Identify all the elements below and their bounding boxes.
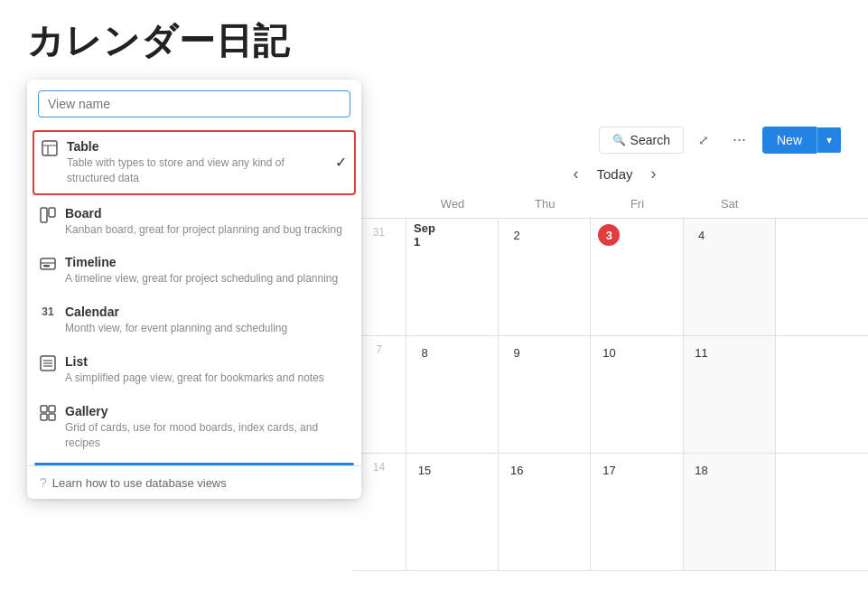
list-desc: A simplified page view, great for bookma… [65,371,349,386]
today-label: Today [596,166,632,182]
view-name-input[interactable] [38,90,350,117]
gallery-title: Gallery [65,404,349,418]
svg-rect-13 [49,406,55,412]
day-number: 18 [691,459,713,481]
svg-rect-12 [41,406,47,412]
more-icon: ··· [733,130,746,148]
gallery-item-content: Gallery Grid of cards, use for mood boar… [65,404,349,451]
calendar-title: Calendar [65,305,349,319]
new-button[interactable]: New [762,127,817,154]
cal-day-2[interactable]: 2 [499,219,591,335]
cal-day-9[interactable]: 9 [499,336,591,453]
help-circle-icon: ? [40,475,47,490]
svg-rect-4 [49,208,55,217]
table-check-icon: ✓ [335,154,347,171]
next-month-button[interactable]: › [644,161,664,187]
view-name-input-wrap [27,80,361,125]
calendar-desc: Month view, for event planning and sched… [65,321,349,336]
day-number: 9 [506,342,527,363]
day-number: 2 [506,224,527,246]
calendar-area: Wed Thu Fri Sat 31 Sep 1 2 3 4 7 8 [352,190,868,610]
list-icon [40,355,56,375]
page-title: カレンダー日記 [0,0,868,66]
view-type-dropdown: Table Table with types to store and view… [27,80,361,499]
prev-month-button[interactable]: ‹ [565,161,585,187]
svg-rect-15 [49,414,55,420]
table-desc: Table with types to store and view any k… [67,155,326,186]
new-button-group: New ▾ [762,127,841,154]
sat-header: Sat [684,190,776,218]
dropdown-footer: ? Learn how to use database views [27,465,361,499]
view-type-board[interactable]: Board Kanban board, great for project pl… [27,197,361,247]
calendar-icon: 31 [40,305,56,318]
wed-header: Wed [406,190,499,218]
cal-day-3-today[interactable]: 3 [591,219,683,335]
expand-button[interactable]: ⤢ [691,127,716,153]
cal-day-17[interactable]: 17 [591,454,683,570]
day-number: 15 [414,459,435,481]
timeline-icon [40,256,56,276]
search-button[interactable]: 🔍 Search [599,127,684,154]
table-item-content: Table Table with types to store and view… [67,139,326,186]
thu-header: Thu [499,190,591,218]
calendar-body: 31 Sep 1 2 3 4 7 8 9 10 [352,219,868,571]
day-number: 10 [598,342,620,363]
view-type-list: Table Table with types to store and view… [27,125,361,463]
board-title: Board [65,206,349,221]
day-number: 3 [598,224,620,246]
calendar-row-3: 14 15 16 17 18 [352,454,868,571]
cal-day-10[interactable]: 10 [591,336,683,453]
cal-day-4[interactable]: 4 [684,219,776,335]
view-type-table[interactable]: Table Table with types to store and view… [33,130,356,195]
cal-day-11[interactable]: 11 [684,336,776,453]
view-type-list[interactable]: List A simplified page view, great for b… [27,345,361,395]
search-label: Search [630,133,670,147]
expand-icon: ⤢ [698,133,709,147]
board-desc: Kanban board, great for project planning… [65,222,349,238]
gallery-icon [40,405,56,425]
svg-rect-14 [41,414,47,420]
timeline-item-content: Timeline A timeline view, great for proj… [65,255,349,286]
table-title: Table [67,139,326,154]
cal-day-18[interactable]: 18 [684,454,776,570]
svg-rect-5 [41,258,55,269]
new-dropdown-button[interactable]: ▾ [817,127,841,153]
day-number: 16 [506,459,527,481]
view-type-gallery[interactable]: Gallery Grid of cards, use for mood boar… [27,395,361,460]
timeline-desc: A timeline view, great for project sched… [65,271,349,286]
chevron-down-icon: ▾ [826,134,832,146]
search-icon: 🔍 [612,134,626,146]
cal-day-15[interactable]: 15 [406,454,499,570]
cal-day-16[interactable]: 16 [499,454,591,570]
day-number: 17 [598,459,620,481]
cal-day-sep1[interactable]: Sep 1 [406,219,499,335]
board-item-content: Board Kanban board, great for project pl… [65,206,349,238]
day-number: 4 [691,224,713,246]
calendar-header: Wed Thu Fri Sat [352,190,868,219]
help-link[interactable]: Learn how to use database views [52,476,227,490]
calendar-nav: ‹ Today › [361,154,868,194]
more-options-button[interactable]: ··· [723,125,755,155]
list-title: List [65,354,349,369]
day-number: Sep 1 [414,224,435,246]
list-item-content: List A simplified page view, great for b… [65,354,349,386]
fri-header: Fri [591,190,683,218]
svg-rect-7 [43,265,50,267]
view-type-timeline[interactable]: Timeline A timeline view, great for proj… [27,246,361,296]
day-number: 11 [691,342,713,363]
calendar-item-content: Calendar Month view, for event planning … [65,305,349,336]
gallery-desc: Grid of cards, use for mood boards, inde… [65,420,349,451]
day-number: 8 [414,342,435,363]
svg-rect-0 [42,141,57,155]
view-type-calendar[interactable]: 31 Calendar Month view, for event planni… [27,296,361,345]
cal-day-8[interactable]: 8 [406,336,499,453]
table-icon [42,140,58,160]
calendar-row-2: 7 8 9 10 11 [352,336,868,454]
timeline-title: Timeline [65,255,349,269]
svg-rect-3 [41,208,47,222]
calendar-row-1: 31 Sep 1 2 3 4 [352,219,868,336]
board-icon [40,207,56,227]
